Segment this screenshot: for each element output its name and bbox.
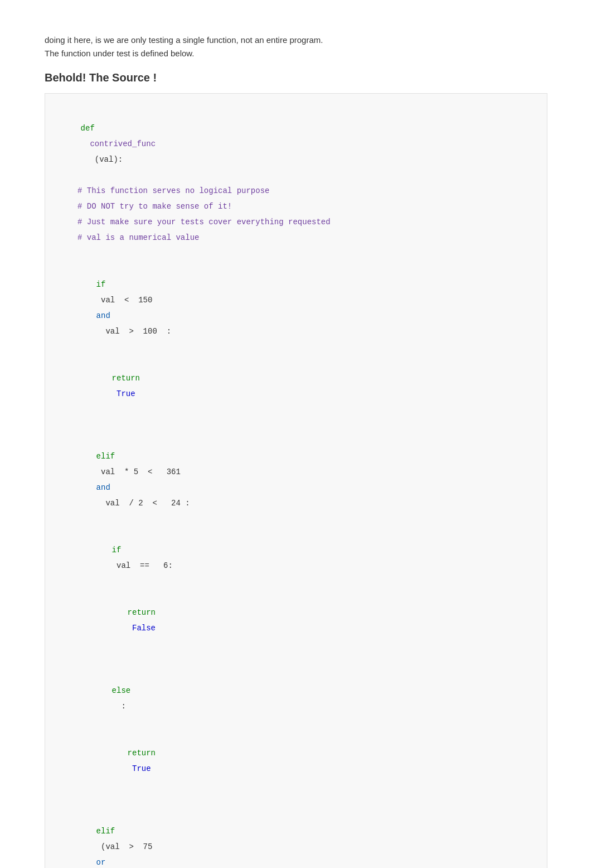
- code-text: val == 6:: [112, 561, 173, 570]
- value-true-1: True: [112, 389, 135, 398]
- comment-1: # This function serves no logical purpos…: [77, 186, 269, 195]
- comment-4: # val is a numerical value: [77, 233, 199, 242]
- code-text: val * 5 < 361: [96, 467, 190, 476]
- code-text: val / 2 < 24 :: [96, 499, 190, 508]
- keyword-if-2: if: [112, 546, 122, 554]
- keyword-elif-2: elif: [96, 827, 115, 836]
- section-heading: Behold! The Source !: [45, 71, 547, 84]
- keyword-and-2: and: [96, 483, 110, 492]
- keyword-def: def: [81, 124, 95, 133]
- keyword-if-1: if: [96, 280, 106, 289]
- keyword-elif-1: elif: [96, 452, 115, 461]
- comment-3: # Just make sure your tests cover everyt…: [77, 218, 331, 226]
- keyword-return-3: return: [128, 749, 156, 758]
- code-text: (val > 75: [96, 842, 162, 851]
- code-text: :: [112, 702, 126, 711]
- keyword-return-2: return: [128, 608, 156, 617]
- intro-text: doing it here, is we are only testing a …: [45, 33, 547, 60]
- code-text: val < 150: [96, 296, 162, 305]
- keyword-or-1: or: [96, 858, 106, 867]
- comment-2: # DO NOT try to make sense of it!: [77, 202, 232, 211]
- code-text: val > 100 :: [96, 327, 171, 336]
- func-params: (val):: [81, 155, 123, 164]
- keyword-and-1: and: [96, 311, 110, 320]
- keyword-return-1: return: [112, 374, 140, 383]
- code-block: def contrived_func (val): # This functio…: [45, 93, 547, 868]
- value-true-2: True: [128, 764, 151, 773]
- value-false-1: False: [128, 624, 156, 633]
- keyword-else-1: else: [112, 686, 131, 695]
- func-name: contrived_func: [81, 139, 156, 148]
